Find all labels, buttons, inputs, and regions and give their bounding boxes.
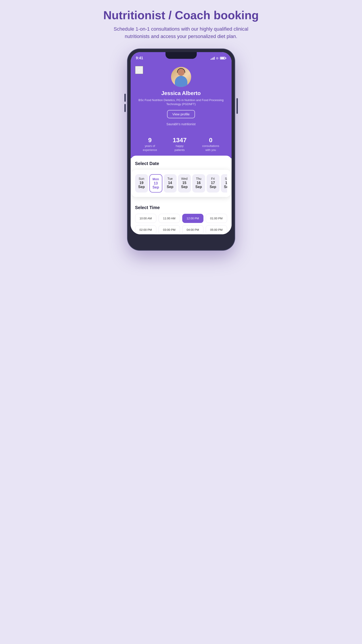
date-num-3: 15 Sep xyxy=(179,181,189,189)
phone-notch xyxy=(166,52,197,59)
date-card: Sun 19 Sep Mon 13 Sep Tue 14 Sep Wed 15 … xyxy=(132,170,231,197)
stat-consultations-number: 0 xyxy=(202,137,219,144)
date-item-0[interactable]: Sun 19 Sep xyxy=(135,174,148,192)
power-button xyxy=(236,98,238,114)
white-section: Select Date Sun 19 Sep Mon 13 Sep Tue 14… xyxy=(131,156,232,200)
time-item-3[interactable]: 01:00 PM xyxy=(206,214,227,223)
status-time: 9:41 xyxy=(136,56,143,60)
date-num-4: 16 Sep xyxy=(194,181,204,189)
power-side-button xyxy=(236,98,238,114)
status-icons: ⊜ xyxy=(211,56,226,60)
time-section: Select Time 10:00 AM11:00 AM12:00 PM01:0… xyxy=(131,200,232,234)
date-num-1: 13 Sep xyxy=(151,181,161,190)
stat-consultations: 0 consultationswith you xyxy=(202,137,219,152)
stat-patients: 1347 happypatients xyxy=(173,137,186,152)
date-num-2: 14 Sep xyxy=(165,181,175,189)
select-date-title: Select Date xyxy=(135,161,227,166)
wifi-icon: ⊜ xyxy=(216,56,219,60)
stats-row: 9 years ofexperience 1347 happypatients … xyxy=(131,133,232,158)
date-num-0: 19 Sep xyxy=(137,181,147,189)
date-row: Sun 19 Sep Mon 13 Sep Tue 14 Sep Wed 15 … xyxy=(135,174,227,192)
stat-experience-number: 9 xyxy=(143,137,157,144)
date-item-4[interactable]: Thu 16 Sep xyxy=(192,174,205,192)
page-subtitle: Schedule 1-on-1 consultations with our h… xyxy=(103,25,259,40)
signal-icon xyxy=(211,56,215,60)
volume-buttons xyxy=(124,94,126,112)
phone-frame: 9:41 ⊜ ‹ xyxy=(128,49,235,250)
date-item-1[interactable]: Mon 13 Sep xyxy=(149,174,162,192)
page-header: Nutritionist / Coach booking Schedule 1-… xyxy=(103,9,259,40)
time-item-1[interactable]: 11:00 AM xyxy=(159,214,180,223)
time-item-0[interactable]: 10:00 AM xyxy=(135,214,157,223)
date-num-5: 17 Sep xyxy=(208,181,218,189)
date-day-0: Sun xyxy=(137,177,147,180)
nutritionist-name: Jessica Alberto xyxy=(136,90,226,96)
select-time-title: Select Time xyxy=(135,205,227,210)
back-button[interactable]: ‹ xyxy=(135,66,143,74)
stat-experience: 9 years ofexperience xyxy=(143,137,157,152)
volume-down-button xyxy=(124,104,126,112)
time-item-5[interactable]: 03:00 PM xyxy=(159,225,180,234)
nutritionist-credentials: BSc Food Nutrition Dietetics, PG in Nutr… xyxy=(136,98,226,106)
stat-experience-label: years ofexperience xyxy=(143,144,157,152)
date-day-1: Mon xyxy=(151,177,161,181)
view-profile-button[interactable]: View profile xyxy=(167,110,195,118)
stat-patients-number: 1347 xyxy=(173,137,186,144)
date-day-3: Wed xyxy=(179,177,189,180)
volume-up-button xyxy=(124,94,126,102)
battery-icon xyxy=(220,57,226,60)
page-title: Nutritionist / Coach booking xyxy=(103,9,259,22)
date-day-6: Sat xyxy=(222,177,227,180)
date-day-5: Fri xyxy=(208,177,218,180)
avatar xyxy=(171,67,191,87)
avatar-head xyxy=(178,69,185,76)
stat-patients-label: happypatients xyxy=(175,144,185,152)
time-item-2[interactable]: 12:00 PM xyxy=(182,214,204,223)
date-num-6: 18 Sep xyxy=(222,181,227,189)
phone-screen: 9:41 ⊜ ‹ xyxy=(131,52,232,234)
profile-header: ‹ Jessica Alberto BSc Food Nutrition Die… xyxy=(131,63,232,133)
avatar-container xyxy=(136,67,226,87)
nutritionist-owner-label: Saurabh's nutritionist xyxy=(136,122,226,126)
date-item-5[interactable]: Fri 17 Sep xyxy=(206,174,219,192)
time-item-4[interactable]: 02:00 PM xyxy=(135,225,157,234)
date-day-2: Tue xyxy=(165,177,175,180)
time-grid: 10:00 AM11:00 AM12:00 PM01:00 PM02:00 PM… xyxy=(135,214,227,234)
date-item-2[interactable]: Tue 14 Sep xyxy=(164,174,177,192)
time-item-7[interactable]: 05:00 PM xyxy=(206,225,227,234)
time-item-6[interactable]: 04:00 PM xyxy=(182,225,204,234)
date-item-6[interactable]: Sat 18 Sep xyxy=(221,174,227,192)
stat-consultations-label: consultationswith you xyxy=(202,144,219,152)
date-item-3[interactable]: Wed 15 Sep xyxy=(178,174,191,192)
date-day-4: Thu xyxy=(194,177,204,180)
avatar-body xyxy=(175,76,187,87)
